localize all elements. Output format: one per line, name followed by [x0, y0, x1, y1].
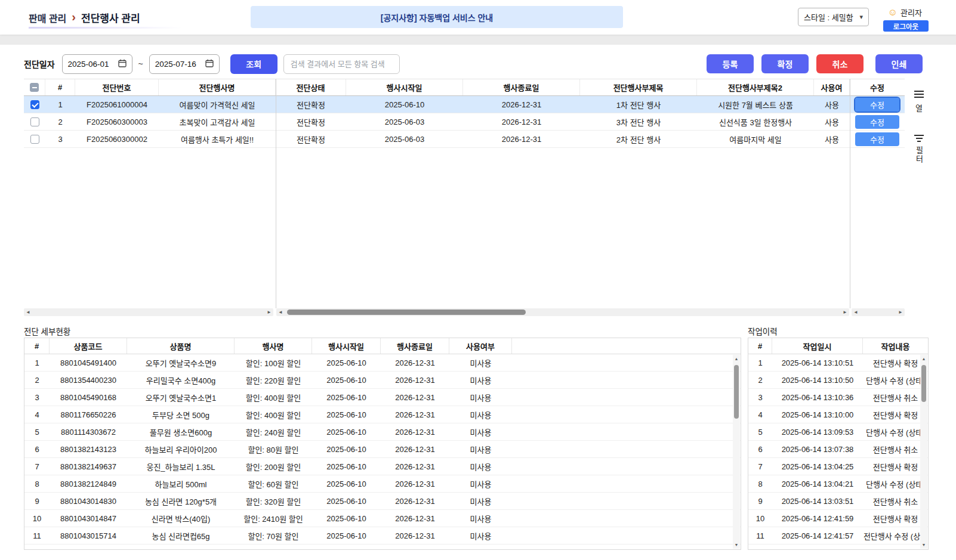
history-cell-content: 단행사 수정 (상태: [863, 372, 928, 388]
page-root: 판매 관리 › 전단행사 관리 [공지사항] 자동백업 서비스 안내 스타일 :… [0, 0, 956, 560]
detail-cell-use-flag: 미사용 [449, 458, 512, 475]
col-header-event-name: 전단행사명 [159, 79, 276, 95]
scroll-up-icon[interactable]: ▲ [735, 357, 739, 361]
edit-button[interactable]: 수정 [855, 132, 899, 146]
detail-table-row[interactable]: 4 8801176650226 두부당 소면 500g 할인: 400원 할인 … [24, 406, 741, 423]
history-cell-datetime: 2025-06-14 13:04:25 [772, 458, 863, 475]
history-table-row[interactable]: 3 2025-06-14 13:10:36 전단행사 취소 [748, 389, 928, 406]
row-select-checkbox[interactable] [30, 117, 39, 126]
logout-button[interactable]: 로그아웃 [883, 20, 929, 32]
detail-cell-filler [512, 510, 741, 527]
history-cell-index: 10 [748, 510, 772, 527]
date-to-input[interactable]: 2025-07-16 [149, 54, 220, 74]
history-table-row[interactable]: 4 2025-06-14 13:10:00 전단행사 확정 [748, 406, 928, 423]
hscrollbar-center-pane[interactable]: ◄ ► [276, 308, 849, 316]
detail-table-row[interactable]: 8 8801382124849 하늘보리 500ml 할인: 60원 할인 20… [24, 475, 741, 493]
vscroll-thumb[interactable] [734, 365, 739, 419]
register-button[interactable]: 등록 [707, 54, 754, 73]
cell-subtitle2: 신선식품 3일 한정행사 [697, 113, 814, 130]
notice-banner[interactable]: [공지사항] 자동백업 서비스 안내 [251, 6, 623, 28]
history-table-row[interactable]: 8 2025-06-14 13:04:21 단행사 수정 (상태: [748, 475, 928, 493]
date-from-input[interactable]: 2025-06-01 [62, 54, 132, 74]
cell-status: 전단확정 [276, 131, 346, 147]
history-cell-index: 9 [748, 493, 772, 509]
history-table-row[interactable]: 10 2025-06-14 12:41:59 전단행사 확정 [748, 510, 928, 527]
detail-cell-use-flag: 미사용 [449, 475, 512, 492]
detail-cell-product-name: 풀무원 생소면600g [127, 423, 235, 440]
content-area: 전단일자 2025-06-01 ~ 2025-07-16 조회 등록 확정 취소 [0, 45, 956, 560]
style-select[interactable]: 스타일 : 세밀함 ▾ [798, 8, 869, 26]
detail-table-row[interactable]: 10 8801043014847 신라면 박스(40입) 할인: 2410원 할… [24, 510, 741, 527]
detail-cell-start-date: 2025-06-10 [312, 475, 381, 492]
history-section-title: 작업이력 [748, 325, 778, 337]
detail-table-row[interactable]: 5 8801114303672 풀무원 생소면600g 할인: 240원 할인 … [24, 423, 741, 441]
history-cell-index: 4 [748, 406, 772, 423]
history-table-row[interactable]: 7 2025-06-14 13:04:25 전단행사 확정 [748, 458, 928, 475]
detail-cell-start-date: 2025-06-10 [312, 406, 381, 423]
detail-col-index: # [24, 338, 50, 354]
history-table-row[interactable]: 11 2025-06-14 12:41:57 전단행사 수정 (상태 [748, 527, 928, 544]
history-table-row[interactable]: 1 2025-06-14 13:10:51 전단행사 확정 [748, 354, 928, 372]
detail-cell-end-date: 2026-12-31 [381, 527, 449, 544]
detail-cell-end-date: 2026-12-31 [381, 441, 449, 457]
history-cell-content: 전단행사 수정 (상태 [863, 527, 928, 544]
scroll-left-icon[interactable]: ◄ [26, 310, 30, 315]
detail-table-row[interactable]: 6 8801382143123 하늘보리 우리아이200 할인: 80원 할인 … [24, 441, 741, 458]
col-header-use-flag: 사용여 [814, 79, 850, 95]
detail-cell-event-name: 할인: 80원 할인 [235, 441, 312, 457]
row-select-checkbox[interactable] [30, 135, 39, 144]
cell-start-date: 2025-06-03 [346, 113, 463, 130]
edit-button[interactable]: 수정 [855, 115, 899, 129]
detail-table-row[interactable]: 9 8801043014830 농심 신라면 120g*5개 할인: 320원 … [24, 493, 741, 510]
flyer-table-row[interactable]: 1 F2025061000004 여름맞이 가격혁신 세일 전단확정 2025-… [24, 96, 905, 113]
detail-table-row[interactable]: 2 8801354400230 우리밀국수 소면400g 할인: 220원 할인… [24, 372, 741, 389]
select-all-checkbox[interactable] [30, 83, 39, 92]
history-table-header: # 작업일시 작업내용 [748, 338, 928, 354]
detail-cell-product-code: 8801043014847 [50, 510, 127, 527]
scroll-right-icon[interactable]: ► [843, 310, 847, 315]
filter-icon[interactable] [913, 134, 925, 143]
detail-table-row[interactable]: 7 8801382149637 웅진_하늘보리 1.35L 할인: 200원 할… [24, 458, 741, 475]
flyer-table-row[interactable]: 3 F2025060300002 여름행사 초특가 세일!! 전단확정 2025… [24, 131, 905, 148]
vscroll-thumb[interactable] [921, 365, 926, 402]
detail-cell-use-flag: 미사용 [449, 527, 512, 544]
scroll-right-icon[interactable]: ► [898, 310, 903, 315]
row-select-checkbox[interactable] [30, 100, 39, 109]
edit-button[interactable]: 수정 [855, 98, 899, 112]
query-button[interactable]: 조회 [230, 54, 277, 74]
detail-cell-use-flag: 미사용 [449, 406, 512, 423]
hscroll-thumb[interactable] [287, 310, 526, 315]
breadcrumb-section[interactable]: 판매 관리 [29, 11, 66, 25]
detail-vscrollbar[interactable]: ▲ ▼ [733, 355, 740, 549]
detail-cell-use-flag: 미사용 [449, 493, 512, 509]
detail-cell-index: 4 [24, 406, 50, 423]
detail-table-row[interactable]: 11 8801043015714 농심 신라면컵65g 할인: 70원 할인 2… [24, 527, 741, 544]
hscrollbar-right-pane[interactable]: ◄ ► [852, 308, 905, 316]
result-search-input[interactable] [283, 54, 400, 74]
history-table-row[interactable]: 9 2025-06-14 13:03:51 전단행사 취소 [748, 493, 928, 510]
scroll-left-icon[interactable]: ◄ [278, 310, 283, 315]
scroll-down-icon[interactable]: ▼ [735, 543, 739, 547]
detail-table: # 상품코드 상품명 행사명 행사시작일 행사종료일 사용여부 1 880104… [24, 338, 741, 550]
detail-cell-product-code: 8801176650226 [50, 406, 127, 423]
print-button[interactable]: 인쇄 [875, 54, 923, 73]
detail-table-row[interactable]: 3 8801045490168 오뚜기 옛날국수소면1 할인: 400원 할인 … [24, 389, 741, 406]
detail-table-row[interactable]: 1 8801045491400 오뚜기 옛날국수소면9 할인: 100원 할인 … [24, 354, 741, 372]
history-table-row[interactable]: 2 2025-06-14 13:10:50 단행사 수정 (상태: [748, 372, 928, 389]
row-checkbox-cell [24, 113, 45, 130]
history-table-row[interactable]: 6 2025-06-14 13:07:38 전단행사 취소 [748, 441, 928, 458]
cancel-button[interactable]: 취소 [816, 54, 864, 73]
cell-flyer-no: F2025061000004 [75, 96, 159, 113]
scroll-right-icon[interactable]: ► [267, 310, 272, 315]
history-table-row[interactable]: 5 2025-06-14 13:09:53 단행사 수정 (상태: [748, 423, 928, 441]
columns-menu-icon[interactable] [913, 89, 925, 99]
confirm-button[interactable]: 확정 [761, 54, 809, 73]
scroll-up-icon[interactable]: ▲ [922, 357, 926, 361]
flyer-table-row[interactable]: 2 F2025060300003 초복맞이 고객감사 세일 전단확정 2025-… [24, 113, 905, 131]
history-vscrollbar[interactable]: ▲ ▼ [920, 355, 927, 549]
scroll-left-icon[interactable]: ◄ [853, 310, 858, 315]
hscrollbar-left-pane[interactable]: ◄ ► [24, 308, 273, 316]
history-cell-datetime: 2025-06-14 13:09:53 [772, 423, 863, 440]
scroll-down-icon[interactable]: ▼ [922, 543, 926, 547]
history-table: # 작업일시 작업내용 1 2025-06-14 13:10:51 전단행사 확… [748, 338, 929, 550]
